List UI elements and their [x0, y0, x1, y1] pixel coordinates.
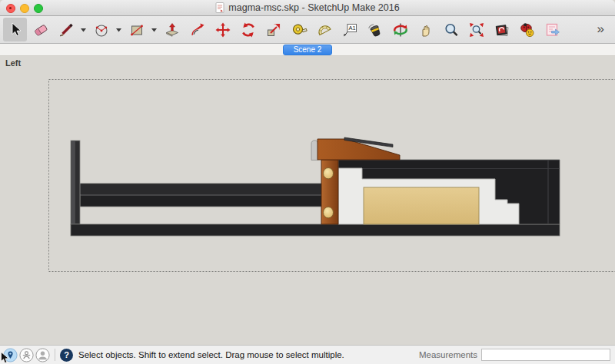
measurements-label: Measurements — [419, 350, 477, 359]
pushpull-icon — [164, 22, 181, 38]
minimize-button[interactable] — [20, 4, 29, 13]
tape-measure-tool[interactable] — [287, 18, 311, 41]
chevron-down-icon — [115, 26, 122, 33]
eraser-tool[interactable] — [28, 18, 52, 41]
sign-in-button[interactable] — [35, 348, 50, 362]
zoom-window-button[interactable] — [34, 4, 43, 13]
zoom-extents-icon — [468, 22, 485, 38]
chevron-down-icon — [80, 26, 87, 33]
send-to-layout-tool[interactable] — [540, 18, 564, 41]
scene-tab-label: Scene 2 — [294, 45, 322, 54]
toolbar: A1 — [0, 16, 615, 44]
pan-tool[interactable] — [414, 18, 437, 41]
followme-tool[interactable] — [185, 18, 209, 41]
geolocation-icon — [3, 348, 18, 362]
select-cursor-icon — [7, 22, 24, 38]
paint-bucket-tool[interactable] — [363, 18, 387, 41]
view-name-label: Left — [5, 58, 21, 68]
tan-board-part[interactable] — [364, 187, 479, 224]
pencil-icon — [58, 22, 75, 38]
text-tool[interactable]: A1 — [337, 18, 361, 41]
ladybug-coin-icon — [519, 22, 536, 38]
window-title: magma-msc.skp - SketchUp Make 2016 — [228, 2, 399, 13]
end-post-part[interactable] — [71, 141, 80, 224]
text-icon: A1 — [341, 22, 358, 38]
zoom-icon — [443, 22, 460, 38]
toolbar-overflow[interactable]: » — [597, 18, 612, 42]
document-icon — [215, 2, 224, 13]
screw-top[interactable] — [324, 168, 334, 179]
window-title-group: magma-msc.skp - SketchUp Make 2016 — [215, 2, 399, 13]
help-button[interactable]: ? — [60, 349, 73, 362]
user-avatar-icon — [35, 348, 50, 362]
statusbar-divider — [55, 349, 55, 361]
rectangle-icon — [128, 22, 145, 38]
scale-icon — [265, 22, 282, 38]
paint-bucket-icon — [367, 22, 384, 38]
protractor-tool[interactable] — [312, 18, 336, 41]
help-glyph: ? — [64, 350, 69, 359]
screw-bottom[interactable] — [324, 207, 334, 218]
orbit-tool[interactable] — [388, 18, 412, 41]
rotate-icon — [240, 22, 257, 38]
eraser-icon — [32, 22, 49, 38]
get-models-tool[interactable] — [490, 18, 514, 41]
model-drawing — [0, 56, 615, 345]
measurements-input[interactable] — [481, 349, 610, 361]
zoom-tool[interactable] — [439, 18, 463, 41]
shape-tool[interactable] — [125, 18, 148, 41]
shape-tool-dropdown[interactable] — [150, 18, 158, 41]
clip-part[interactable] — [311, 141, 318, 160]
credits-button[interactable] — [19, 348, 34, 362]
status-message: Select objects. Shift to extend select. … — [78, 350, 344, 359]
scene-tab-strip: Scene 2 — [0, 44, 615, 56]
followme-icon — [189, 22, 206, 38]
title-bar: magma-msc.skp - SketchUp Make 2016 — [0, 0, 615, 16]
line-tool[interactable] — [54, 18, 78, 41]
chevron-down-icon — [151, 26, 158, 33]
protractor-icon — [316, 22, 333, 38]
status-bar: ? Select objects. Shift to extend select… — [0, 345, 615, 364]
sketchup-window: { "window": { "title": "magma-msc.skp - … — [0, 0, 615, 364]
orbit-icon — [392, 22, 409, 38]
scene-tab[interactable]: Scene 2 — [283, 45, 333, 55]
close-button[interactable] — [6, 4, 15, 13]
move-icon — [214, 22, 231, 38]
text-icon-label: A1 — [348, 25, 355, 31]
rotate-tool[interactable] — [236, 18, 260, 41]
geolocation-button[interactable] — [3, 348, 18, 362]
rail-part[interactable] — [80, 184, 322, 207]
base-bar-part[interactable] — [71, 224, 560, 236]
zoom-extents-tool[interactable] — [464, 18, 488, 41]
arc-tool[interactable] — [89, 18, 113, 41]
model-viewport[interactable]: Left — [0, 56, 615, 345]
line-tool-dropdown[interactable] — [79, 18, 88, 41]
window-controls — [6, 4, 43, 13]
warehouse-model-icon — [494, 22, 510, 38]
extension-warehouse-tool[interactable] — [515, 18, 539, 41]
credits-person-icon — [19, 348, 34, 362]
layout-page-icon — [544, 22, 561, 38]
pan-hand-icon — [417, 22, 434, 38]
tape-measure-icon — [291, 22, 308, 38]
select-tool[interactable] — [3, 18, 27, 41]
pushpull-tool[interactable] — [160, 18, 184, 41]
move-tool[interactable] — [211, 18, 234, 41]
arc-icon — [93, 22, 110, 38]
arc-tool-dropdown[interactable] — [115, 18, 123, 41]
scale-tool[interactable] — [261, 18, 285, 41]
